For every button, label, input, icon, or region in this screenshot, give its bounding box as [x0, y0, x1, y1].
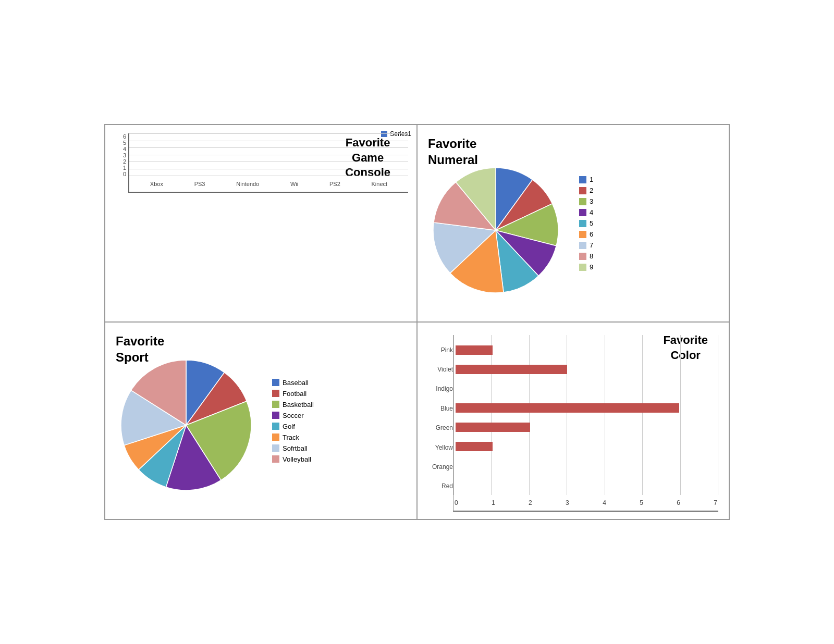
bar-y-axis: 0123456 — [114, 133, 128, 193]
pie-legend-label: 9 — [590, 263, 593, 271]
pie-numeral-svg-wrap — [428, 163, 563, 300]
hbar-row — [456, 383, 716, 394]
pie-legend-item: 2 — [579, 187, 593, 194]
hbar-row — [456, 422, 716, 433]
hbar-x-labels: 01234567 — [453, 495, 718, 511]
sport-legend-item: Soccer — [272, 412, 314, 419]
pie-legend-label: 4 — [590, 208, 593, 216]
pie-legend-item: 3 — [579, 197, 593, 205]
pie-legend-label: 3 — [590, 197, 593, 205]
pie-legend-item: 5 — [579, 219, 593, 227]
bar-y-label: 6 — [114, 133, 126, 140]
pie-sport-legend: BaseballFootballBasketballSoccerGolfTrac… — [272, 379, 314, 463]
sport-legend-color-box — [272, 412, 279, 419]
hbar-y-label: Pink — [423, 346, 453, 354]
hbar-chart-cell: FavoriteColor PinkVioletIndigoBlueGreenY… — [417, 322, 729, 519]
sport-legend-item: Golf — [272, 423, 314, 430]
sport-legend-color-box — [272, 444, 279, 452]
sport-legend-label: Baseball — [283, 379, 309, 387]
hbar-rect — [456, 403, 679, 413]
hbar-y-label: Violet — [423, 366, 453, 373]
pie-legend-item: 4 — [579, 208, 593, 216]
bar-y-label: 1 — [114, 165, 126, 171]
bar-chart-area: 0123456 XboxPS3NintendoWiiPS2Kinect — [114, 133, 408, 193]
pie-legend-label: 8 — [590, 252, 593, 260]
hbar-bars-wrapper — [453, 340, 718, 495]
bar-x-label: PS2 — [329, 181, 340, 187]
pie-legend-item: 6 — [579, 230, 593, 238]
hbar-row — [456, 364, 716, 375]
pie-legend-color-box — [579, 220, 586, 227]
bar-y-label: 4 — [114, 146, 126, 152]
pie-sport-title: FavoriteSport — [116, 333, 164, 365]
pie-numeral-legend: 123456789 — [579, 176, 593, 271]
sport-legend-item: Baseball — [272, 379, 314, 387]
hbar-y-label: Indigo — [423, 385, 453, 392]
sport-legend-item: Sofrtball — [272, 444, 314, 452]
pie-legend-label: 5 — [590, 219, 593, 227]
sport-legend-color-box — [272, 455, 279, 463]
hbar-row — [456, 441, 716, 452]
hbar-rect — [456, 442, 493, 451]
hbar-x-label: 1 — [492, 499, 495, 506]
hbar-x-label: 6 — [677, 499, 680, 506]
sport-legend-color-box — [272, 390, 279, 397]
pie-legend-label: 2 — [590, 187, 593, 194]
pie-legend-color-box — [579, 264, 586, 271]
pie-legend-color-box — [579, 253, 586, 260]
pie-legend-color-box — [579, 187, 586, 194]
pie-legend-label: 1 — [590, 176, 593, 183]
pie-numeral-cell: FavoriteNumeral 123456789 — [417, 125, 729, 322]
bar-x-label: Kinect — [372, 181, 388, 187]
bar-y-label: 0 — [114, 171, 126, 177]
dashboard: FavoriteGameConsole Series1 0123456 Xbox… — [104, 124, 730, 520]
pie-legend-item: 7 — [579, 241, 593, 249]
bar-x-label: Wii — [290, 181, 298, 187]
hbar-rect — [456, 365, 567, 374]
pie-legend-color-box — [579, 198, 586, 205]
hbar-x-label: 4 — [603, 499, 606, 506]
pie-legend-label: 7 — [590, 241, 593, 249]
pie-legend-item: 9 — [579, 263, 593, 271]
pie-numeral-title: FavoriteNumeral — [428, 135, 478, 168]
bar-chart-cell: FavoriteGameConsole Series1 0123456 Xbox… — [105, 125, 417, 322]
sport-legend-color-box — [272, 401, 279, 408]
sport-legend-item: Football — [272, 390, 314, 398]
bars-wrapper — [129, 133, 408, 176]
pie-legend-item: 8 — [579, 252, 593, 260]
hbar-x-label: 7 — [714, 499, 717, 506]
hbar-row — [456, 479, 716, 491]
bar-y-label: 3 — [114, 152, 126, 158]
hbar-x-label: 0 — [455, 499, 458, 506]
bar-x-labels: XboxPS3NintendoWiiPS2Kinect — [129, 176, 408, 192]
hbar-plot: 01234567 — [453, 335, 718, 512]
hbar-chart-area: PinkVioletIndigoBlueGreenYellowOrangeRed… — [423, 330, 718, 512]
bar-y-label: 2 — [114, 158, 126, 165]
bar-x-label: PS3 — [194, 181, 205, 187]
sport-legend-item: Track — [272, 434, 314, 441]
sport-legend-label: Football — [283, 390, 306, 398]
bar-plot: XboxPS3NintendoWiiPS2Kinect — [128, 133, 408, 193]
sport-legend-label: Sofrtball — [283, 444, 308, 452]
hbar-row — [456, 344, 716, 356]
sport-legend-color-box — [272, 423, 279, 430]
hbar-x-label: 5 — [640, 499, 643, 506]
sport-legend-label: Soccer — [283, 412, 303, 419]
hbar-y-label: Red — [423, 482, 453, 490]
hbar-row — [456, 402, 716, 414]
pie-legend-label: 6 — [590, 230, 593, 238]
bar-y-label: 5 — [114, 140, 126, 146]
pie-numeral-svg — [428, 163, 563, 298]
sport-legend-label: Volleyball — [283, 455, 311, 463]
hbar-x-label: 2 — [529, 499, 532, 506]
hbar-rect — [456, 345, 493, 355]
pie-legend-color-box — [579, 231, 586, 238]
pie-legend-item: 1 — [579, 176, 593, 183]
sport-legend-label: Golf — [283, 423, 295, 430]
pie-sport-cell: FavoriteSport BaseballFootballBasketball… — [105, 322, 417, 519]
hbar-y-label: Orange — [423, 463, 453, 470]
hbar-y-label: Blue — [423, 405, 453, 412]
sport-legend-label: Track — [283, 434, 299, 441]
sport-legend-color-box — [272, 434, 279, 441]
hbar-row — [456, 460, 716, 472]
